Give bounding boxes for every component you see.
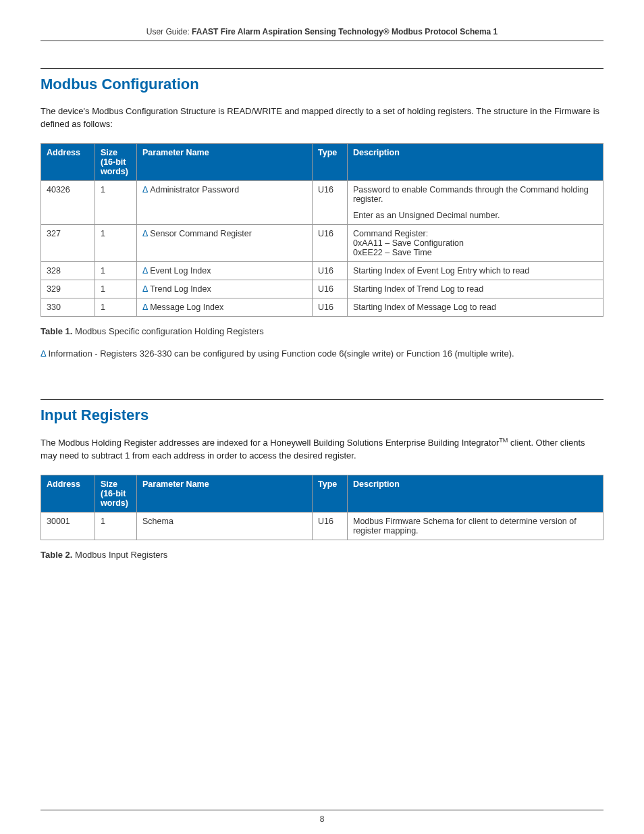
table-header-row: Address Size (16-bit words) Parameter Na… — [41, 475, 603, 512]
cell-description: Starting Index of Trend Log to read — [348, 280, 603, 298]
section-heading-modbus-configuration: Modbus Configuration — [41, 68, 603, 93]
cell-address: 327 — [41, 224, 95, 261]
table2-caption-text: Modbus Input Registers — [72, 550, 167, 560]
cell-parameter-name: Δ Trend Log Index — [137, 280, 313, 298]
table1-note-text: Information - Registers 326-330 can be c… — [46, 348, 514, 359]
cell-type: U16 — [313, 512, 348, 540]
table2-caption-label: Table 2. — [41, 550, 72, 560]
delta-icon: Δ — [142, 284, 148, 294]
cell-type: U16 — [313, 298, 348, 316]
table-row: 3271Δ Sensor Command RegisterU16Command … — [41, 224, 603, 261]
cell-description: Command Register:0xAA11 – Save Configura… — [348, 224, 603, 261]
header-title: FAAST Fire Alarm Aspiration Sensing Tech… — [192, 27, 498, 36]
cell-parameter-name: Δ Message Log Index — [137, 298, 313, 316]
page-number: 8 — [320, 814, 325, 824]
cell-description: Starting Index of Message Log to read — [348, 298, 603, 316]
table-modbus-configuration: Address Size (16-bit words) Parameter Na… — [41, 143, 603, 317]
cell-description: Starting Index of Event Log Entry which … — [348, 261, 603, 280]
th-description: Description — [348, 143, 603, 180]
table-header-row: Address Size (16-bit words) Parameter Na… — [41, 143, 603, 180]
cell-address: 330 — [41, 298, 95, 316]
table-row: 3281Δ Event Log IndexU16Starting Index o… — [41, 261, 603, 280]
cell-address: 328 — [41, 261, 95, 280]
cell-parameter-name: Δ Administrator Password — [137, 180, 313, 224]
header-prefix: User Guide: — [146, 27, 192, 36]
table1-caption-text: Modbus Specific configuration Holding Re… — [72, 326, 263, 336]
th-type: Type — [313, 143, 348, 180]
table-row: 300011SchemaU16Modbus Firmware Schema fo… — [41, 512, 603, 540]
section-heading-input-registers: Input Registers — [41, 399, 603, 424]
th-size: Size (16-bit words) — [95, 143, 137, 180]
cell-parameter-name-text: Sensor Command Register — [148, 229, 252, 238]
section1-intro: The device's Modbus Configuration Struct… — [41, 105, 603, 131]
th-address: Address — [41, 475, 95, 512]
cell-description: Modbus Firmware Schema for client to det… — [348, 512, 603, 540]
delta-icon: Δ — [142, 229, 148, 238]
table2-caption: Table 2. Modbus Input Registers — [41, 550, 603, 560]
cell-size: 1 — [95, 298, 137, 316]
table-row: 3301Δ Message Log IndexU16Starting Index… — [41, 298, 603, 316]
cell-description: Password to enable Commands through the … — [348, 180, 603, 224]
cell-size: 1 — [95, 512, 137, 540]
delta-icon: Δ — [142, 266, 148, 276]
trademark-symbol: TM — [499, 437, 508, 444]
cell-parameter-name-text: Administrator Password — [148, 185, 239, 194]
cell-parameter-name-text: Event Log Index — [148, 266, 211, 276]
section2-intro-pre: The Modbus Holding Register addresses ar… — [41, 438, 499, 448]
section2-intro: The Modbus Holding Register addresses ar… — [41, 436, 603, 463]
cell-parameter-name: Schema — [137, 512, 313, 540]
page-header: User Guide: FAAST Fire Alarm Aspiration … — [41, 27, 603, 41]
delta-icon: Δ — [41, 348, 46, 359]
cell-parameter-name-text: Message Log Index — [148, 303, 224, 312]
table-row: 403261Δ Administrator PasswordU16Passwor… — [41, 180, 603, 224]
th-parameter-name: Parameter Name — [137, 143, 313, 180]
cell-type: U16 — [313, 180, 348, 224]
table-input-registers: Address Size (16-bit words) Parameter Na… — [41, 475, 603, 540]
cell-size: 1 — [95, 280, 137, 298]
delta-icon: Δ — [142, 185, 148, 194]
cell-type: U16 — [313, 280, 348, 298]
th-address: Address — [41, 143, 95, 180]
cell-address: 40326 — [41, 180, 95, 224]
table1-caption: Table 1. Modbus Specific configuration H… — [41, 326, 603, 336]
delta-icon: Δ — [142, 303, 148, 312]
th-description: Description — [348, 475, 603, 512]
table-row: 3291Δ Trend Log IndexU16Starting Index o… — [41, 280, 603, 298]
cell-address: 329 — [41, 280, 95, 298]
table1-note: Δ Information - Registers 326-330 can be… — [41, 348, 603, 359]
cell-address: 30001 — [41, 512, 95, 540]
table1-caption-label: Table 1. — [41, 326, 72, 336]
cell-type: U16 — [313, 224, 348, 261]
cell-type: U16 — [313, 261, 348, 280]
cell-parameter-name: Δ Event Log Index — [137, 261, 313, 280]
cell-size: 1 — [95, 224, 137, 261]
th-parameter-name: Parameter Name — [137, 475, 313, 512]
page-footer: 8 — [41, 810, 603, 824]
th-size: Size (16-bit words) — [95, 475, 137, 512]
cell-size: 1 — [95, 261, 137, 280]
cell-parameter-name-text: Trend Log Index — [148, 284, 211, 294]
cell-parameter-name: Δ Sensor Command Register — [137, 224, 313, 261]
cell-size: 1 — [95, 180, 137, 224]
th-type: Type — [313, 475, 348, 512]
